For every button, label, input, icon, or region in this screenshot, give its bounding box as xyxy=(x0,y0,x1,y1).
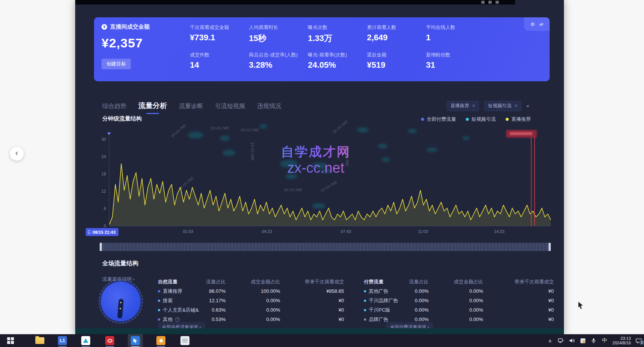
watermark-small: zx-cc.net xyxy=(170,123,187,138)
section-title: 全场流量结构 xyxy=(102,260,138,268)
chart-title: 分钟级流量结构 xyxy=(102,115,142,122)
microphone-icon[interactable] xyxy=(591,338,597,344)
network-icon[interactable] xyxy=(558,338,564,344)
range-start-handle[interactable]: 08/15 21:43 xyxy=(86,228,118,236)
system-tray: ∧ 中 23:13 2024/8/16 3 xyxy=(547,334,642,347)
artifact-blob xyxy=(188,132,203,138)
tray-app-icon[interactable] xyxy=(580,338,586,344)
metric-label: 累计观看人数 xyxy=(367,24,426,31)
metric-label: 新增粉丝数 xyxy=(426,52,485,58)
series-dot xyxy=(158,309,160,311)
series-dot xyxy=(158,318,160,321)
app-l1-icon[interactable]: L1 xyxy=(57,335,68,346)
red-marker-line xyxy=(531,137,532,226)
donut-label xyxy=(117,299,124,319)
app-orange-icon[interactable] xyxy=(156,335,166,346)
tab-violations[interactable]: 违规情况 xyxy=(257,102,281,110)
tray-expand-icon[interactable]: ∧ xyxy=(547,338,553,344)
metric-value: 15秒 xyxy=(249,33,308,44)
metric-label: 平均在线人数 xyxy=(426,24,485,31)
red-annotation xyxy=(506,130,537,138)
metric-label: 商品点击-成交率(人数) xyxy=(249,52,308,58)
watermark-small: zx-cc.net xyxy=(211,125,229,131)
table-row: 个人主页&店铺&.. 0.63% 0.00% ¥0 xyxy=(158,305,344,315)
swap-icon[interactable]: ⇌ xyxy=(539,21,543,27)
table-row: 千川PC版 0.00% 0.00% ¥0 xyxy=(364,305,554,315)
column-header: 流量占比 xyxy=(402,279,429,285)
artifact-blob xyxy=(321,169,331,173)
banner-title: 直播间成交金额 xyxy=(110,23,150,30)
tab-short-video[interactable]: 引流短视频 xyxy=(215,102,245,110)
info-icon[interactable]: ? xyxy=(175,317,180,322)
app-red-icon[interactable] xyxy=(105,335,115,346)
app-teal-icon[interactable] xyxy=(80,335,91,346)
x-tick: 14:23 xyxy=(494,229,505,234)
kpi-metrics: 千次观看成交金额¥739.1 人均观看时长15秒 曝光次数1.33万 累计观看人… xyxy=(190,24,485,79)
column-header: 成交金额占比 xyxy=(226,279,280,285)
column-header: 付费流量 xyxy=(364,279,402,285)
close-icon[interactable]: ✕ xyxy=(472,103,475,108)
filter-tag-live-recommend[interactable]: 直播推荐✕ xyxy=(447,101,479,111)
filter-tag-short-video[interactable]: 短视频引流✕ xyxy=(484,101,521,111)
table-row: 直播推荐 86.07% 100.00% ¥858.65 xyxy=(158,286,344,296)
legend-short-video[interactable]: 短视频引流 xyxy=(466,116,496,123)
volume-icon[interactable] xyxy=(569,338,575,344)
y-tick: 12 xyxy=(95,189,106,193)
y-tick: 18 xyxy=(95,172,106,176)
ime-indicator[interactable]: 中 xyxy=(602,338,608,344)
column-header: 带来千次观看成交 xyxy=(483,279,554,285)
brush-handle-right[interactable] xyxy=(549,243,551,251)
create-goal-button[interactable]: 创建目标 xyxy=(102,59,131,69)
datazoom-brush[interactable] xyxy=(100,243,551,251)
tab-overall-trend[interactable]: 综合趋势 xyxy=(102,102,126,110)
traffic-donut-chart[interactable] xyxy=(101,282,141,321)
watermark-small: zx-cc.net xyxy=(331,119,349,135)
series-dot xyxy=(364,318,366,321)
legend-live-recommend[interactable]: 直播推荐 xyxy=(506,116,531,123)
metric-value: 3.28% xyxy=(249,60,308,70)
chevron-down-icon[interactable]: ▾ xyxy=(527,103,529,109)
kpi-banner: ¥ 直播间成交金额 ¥2,357 创建目标 千次观看成交金额¥739.1 人均观… xyxy=(94,17,550,81)
series-dot xyxy=(158,300,160,302)
y-tick: 6 xyxy=(95,206,106,211)
table-row: 千川品牌广告 0.00% 0.00% ¥0 xyxy=(364,296,554,305)
prev-arrow-button[interactable]: ‹ xyxy=(10,147,24,161)
table-row: 其他广告 0.00% 0.00% ¥0 xyxy=(364,286,554,296)
metric-value: 2,649 xyxy=(367,33,426,43)
tab-traffic-analysis[interactable]: 流量分析 xyxy=(138,101,167,111)
notepad-icon[interactable] xyxy=(180,335,190,346)
artifact-blob xyxy=(220,135,230,141)
video-top-bar xyxy=(75,0,515,5)
artifact-blob xyxy=(382,157,390,162)
metric-value: 24.05% xyxy=(308,60,367,70)
mouse-cursor xyxy=(577,301,585,310)
natural-traffic-table: 自然流量 流量占比 成交金额占比 带来千次观看成交 直播推荐 86.07% 10… xyxy=(158,277,344,324)
artifact-blob xyxy=(357,127,368,132)
legend-dot xyxy=(421,118,424,121)
start-button[interactable] xyxy=(5,335,16,346)
column-header: 带来千次观看成交 xyxy=(280,279,344,285)
traffic-line-chart[interactable] xyxy=(109,137,551,226)
metric-label: 成交件数 xyxy=(190,52,249,58)
windows-taskbar: L1 ∧ 中 23:13 2024/8/16 xyxy=(0,334,644,347)
app-browser-active-icon[interactable] xyxy=(130,335,141,346)
y-tick: 0 xyxy=(95,224,106,228)
artifact-blob xyxy=(312,203,326,209)
legend-paid-traffic[interactable]: 全部付费流量 xyxy=(421,116,456,123)
metric-label: 退款金额 xyxy=(367,52,426,58)
gear-icon[interactable]: ⚙ xyxy=(530,21,535,27)
x-tick: 04:23 xyxy=(262,229,272,234)
tab-traffic-diagnosis[interactable]: 流量诊断 xyxy=(179,102,203,110)
x-tick: 01:03 xyxy=(183,229,193,234)
video-bottom-bar xyxy=(75,328,564,334)
drag-grip-icon xyxy=(88,230,91,234)
notification-icon[interactable]: 3 xyxy=(636,338,642,344)
brush-handle-left[interactable] xyxy=(100,243,102,251)
file-explorer-icon[interactable] xyxy=(35,335,45,346)
close-icon[interactable]: ✕ xyxy=(514,103,518,108)
banner-title-row: ¥ 直播间成交金额 xyxy=(102,23,150,30)
clock[interactable]: 23:13 2024/8/16 xyxy=(612,336,631,345)
artifact-blob xyxy=(286,174,297,179)
series-dot xyxy=(364,300,366,302)
notification-badge: 3 xyxy=(639,340,644,345)
